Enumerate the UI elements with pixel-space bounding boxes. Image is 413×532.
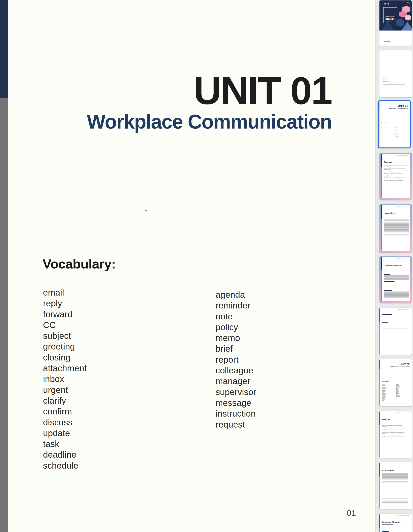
mini-vocabulary-word: supervisor <box>395 135 399 136</box>
thumbnail-page-expressions-1[interactable]: UNIT 01 | Workplace Communication Expres… <box>379 204 412 253</box>
thumbnail-sidebar: 2025 DAILY BUSINESS ENGLISH 데일리 직장인 영어 V… <box>375 0 413 532</box>
vocabulary-word: forward <box>43 309 87 320</box>
vocabulary-word: subject <box>43 330 87 341</box>
thumbnail-page-expressions-2[interactable]: UNIT 02 | Job Interviews and Career Goal… <box>379 462 412 509</box>
vocabulary-word: inbox <box>43 374 87 384</box>
page-accent-bar-navy <box>0 0 8 98</box>
copyright-line <box>383 85 405 85</box>
mini-gray-stripe <box>379 476 380 509</box>
copyright-text-lines <box>383 88 407 91</box>
cover-year: 2025 <box>384 3 389 6</box>
mini-vocabulary-word: experience <box>382 387 386 388</box>
mini-gray-stripe <box>379 425 380 458</box>
mini-unit-number: UNIT 01 <box>389 104 408 107</box>
mini-vocabulary-word: skills <box>382 400 386 401</box>
heart-logo-icon <box>383 78 386 80</box>
thumbnail-page-dialogue-1[interactable]: UNIT 01 | Workplace Communication Dialog… <box>379 153 412 200</box>
copyright-author: Vicky Lee 지음 <box>383 81 390 82</box>
mini-dialogue-line: Jess: I hope to take on a leadership rol… <box>382 436 407 438</box>
mini-section-heading: Dialogue <box>382 418 390 420</box>
mini-gray-stripe <box>379 369 380 406</box>
mini-navy-stripe <box>379 462 380 476</box>
mini-gray-stripe <box>381 270 382 301</box>
vocabulary-word: closing <box>43 352 87 363</box>
mini-dialogue-line: Danielle: Hi, I saw your email about the… <box>384 168 408 170</box>
mini-navy-stripe <box>381 205 382 218</box>
mini-page-header: UNIT 01 | Workplace Communication <box>396 206 408 207</box>
mini-dialogue-line: Mark: What are your career goals for the… <box>382 435 407 436</box>
mini-section-heading: Language Structure <box>384 264 402 266</box>
mini-subheading <box>382 531 389 532</box>
mini-vocabulary-word: motivation <box>382 396 386 397</box>
vocabulary-word: report <box>216 354 256 365</box>
thumbnail-page-unit-02[interactable]: UNIT 02 Job Interviews and Career Goals … <box>379 359 412 406</box>
thumbnail-page-unit-01-selected[interactable]: UNIT 01 Workplace Communication Vocabula… <box>378 100 411 148</box>
mini-text-lines <box>384 291 409 299</box>
mini-dialogue-line: Jess: Sure. I have 5 years of experience… <box>382 428 407 430</box>
cover-artwork: 2025 DAILY BUSINESS ENGLISH 데일리 직장인 영어 <box>379 0 412 30</box>
unit-title: Workplace Communication <box>87 111 332 132</box>
mini-vocab-column-2: educationreferenceachievementgoalpotenti… <box>396 384 400 397</box>
mini-text-lines <box>382 473 408 504</box>
thumbnail-page-copyright[interactable]: Vicky Lee 지음 <box>379 50 412 97</box>
mini-navy-stripe <box>379 411 380 425</box>
vocabulary-word: discuss <box>43 417 87 428</box>
vocabulary-word: memo <box>216 332 256 343</box>
vocabulary-word: instruction <box>216 408 256 419</box>
cover-frame: DAILY BUSINESS ENGLISH 데일리 직장인 영어 <box>383 7 397 23</box>
mini-vocab-column-1: interviewresumeCVexperiencebackgroundstr… <box>382 384 386 401</box>
mini-dialogue: Situation: You received an unclear email… <box>384 165 408 182</box>
vocabulary-word: supervisor <box>216 387 256 398</box>
vocabulary-column-1: emailreplyforwardCCsubjectgreetingclosin… <box>43 287 87 471</box>
vocabulary-word: clarify <box>43 395 87 406</box>
mini-gray-stripe <box>381 167 382 198</box>
annotation-dot <box>145 209 147 211</box>
vocabulary-word: schedule <box>43 460 87 471</box>
mini-dialogue: Situation: A recruiter is interviewing a… <box>382 423 407 439</box>
unit-number: UNIT 01 <box>87 71 332 110</box>
cover-description: Vicky Lee 지음 <box>379 30 412 46</box>
mini-text-lines <box>384 269 409 273</box>
document-page: UNIT 01 Workplace Communication Vocabula… <box>0 0 375 532</box>
mini-dialogue-line: Danielle: Got it. Should I CC the manage… <box>384 173 408 174</box>
vocabulary-word: brief <box>216 343 256 354</box>
mini-vocab-column-2: agendaremindernotepolicymemobriefreportc… <box>395 126 399 139</box>
mini-navy-stripe <box>379 101 379 110</box>
mini-gray-stripe <box>379 528 380 532</box>
copyright-text-lines <box>383 92 406 94</box>
mini-page-header: UNIT 02 | Job Interviews and Career Goal… <box>396 412 410 413</box>
mini-gray-stripe <box>379 322 380 355</box>
cover-series-title: ENGLISH <box>385 18 396 20</box>
thumbnail-page-language-structure-1-continued[interactable]: UNIT 01 | Workplace Communication <box>379 308 412 355</box>
vocabulary-word: policy <box>216 322 256 332</box>
page-accent-bar-gray <box>0 98 8 532</box>
mini-vocabulary-word: request <box>395 138 399 139</box>
vocabulary-word: urgent <box>43 385 87 395</box>
mini-dialogue-line: Ben: Sure. The task is to update the sal… <box>384 171 408 172</box>
cover-series-subtitle: 데일리 직장인 영어 <box>385 21 392 22</box>
mini-dialogue-line: Mark: What motivated you to apply for th… <box>382 430 407 432</box>
thumbnail-page-language-structure-2[interactable]: UNIT 02 | Job Interviews and Career Goal… <box>379 514 412 532</box>
mini-vocabulary-word: schedule <box>381 142 385 143</box>
vocabulary-word: reminder <box>216 300 256 311</box>
mini-gray-stripe <box>379 110 379 147</box>
thumbnail-page-dialogue-2[interactable]: UNIT 02 | Job Interviews and Career Goal… <box>379 411 412 458</box>
mini-dialogue-line: Danielle: Thanks! I'll get started and s… <box>384 177 408 179</box>
mini-navy-stripe <box>379 359 380 369</box>
mini-text-lines <box>384 275 409 280</box>
mini-section-heading: Language Structure <box>382 521 401 523</box>
mini-unit-title: Workplace Communication <box>389 108 408 109</box>
vocabulary-word: deadline <box>43 449 87 460</box>
vocabulary-word: agenda <box>216 289 256 300</box>
thumbnail-page-cover[interactable]: 2025 DAILY BUSINESS ENGLISH 데일리 직장인 영어 V… <box>379 0 412 46</box>
mini-text-lines <box>382 316 408 321</box>
mini-dialogue-line: Mark: Can you tell me a bit about your b… <box>382 425 407 427</box>
thumbnail-page-language-structure-1[interactable]: UNIT 01 | Workplace Communication Langua… <box>379 256 412 303</box>
vocabulary-word: greeting <box>43 341 87 352</box>
mini-page-header: UNIT 01 | Workplace Communication <box>398 309 410 310</box>
mini-subheading <box>384 268 393 268</box>
vocabulary-heading: Vocabulary: <box>43 256 116 272</box>
mini-navy-stripe <box>381 257 382 270</box>
vocabulary-word: note <box>216 311 256 322</box>
mini-subheading <box>382 323 388 323</box>
